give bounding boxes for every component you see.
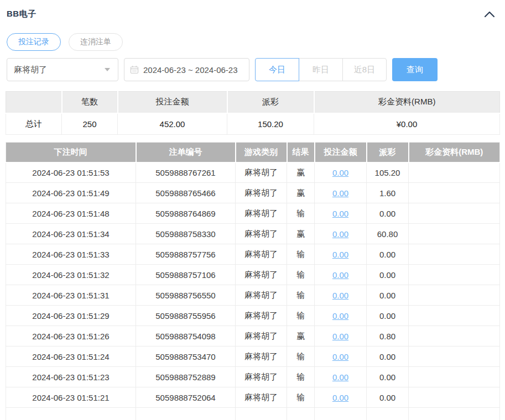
date-range-value: 2024-06-23 ~ 2024-06-23: [143, 65, 238, 75]
collapse-button[interactable]: [482, 10, 497, 19]
date-range-input[interactable]: 2024-06-23 ~ 2024-06-23: [124, 58, 249, 81]
bet-amount-link[interactable]: 0.00: [332, 229, 348, 239]
bet-amount-link[interactable]: 0.00: [332, 372, 348, 382]
bet-time-cell: 2024-06-23 01:51:49: [6, 183, 136, 203]
quick-range-today[interactable]: 今日: [255, 58, 299, 81]
bet-amount-link[interactable]: 0.00: [332, 352, 348, 361]
bet-time-cell: 2024-06-23 01:51:32: [6, 265, 136, 285]
result-cell: 输: [287, 387, 315, 408]
payout-cell: 105.20: [367, 162, 409, 183]
table-row: 2024-06-23 01:51:33 5059888757756 麻将胡了 输…: [6, 244, 500, 265]
bet-amount-cell: 0.00: [315, 265, 367, 285]
bonus-cell: [409, 183, 500, 203]
table-row: 2024-06-23 01:51:24 5059888753470 麻将胡了 输…: [6, 347, 500, 367]
summary-header-count: 笔数: [62, 92, 118, 113]
payout-cell: 60.80: [367, 224, 409, 244]
table-row: 2024-06-23 01:51:49 5059888765466 麻将胡了 赢…: [6, 183, 500, 203]
order-number-cell: 5059888764869: [136, 203, 236, 224]
order-number-cell: 5059888757106: [136, 265, 236, 285]
calendar-icon: [130, 65, 139, 74]
bet-amount-cell: 0.00: [315, 306, 367, 326]
game-type-cell: 麻将胡了: [236, 326, 287, 347]
bet-time-cell: 2024-06-23 01:51:26: [6, 326, 136, 347]
bet-amount-link[interactable]: 0.00: [332, 311, 348, 321]
table-row: 2024-06-23 01:51:29 5059888755956 麻将胡了 输…: [6, 306, 500, 326]
result-cell: 赢: [287, 183, 315, 203]
summary-header-bonus: 彩金资料(RMB): [314, 92, 500, 113]
bet-amount-cell: 0.00: [315, 387, 367, 408]
bet-amount-link[interactable]: 0.00: [332, 270, 348, 280]
bet-amount-link[interactable]: 0.00: [332, 332, 348, 341]
table-row: 2024-06-23 01:51:48 5059888764869 麻将胡了 输…: [6, 203, 500, 224]
tab-bet-records[interactable]: 投注记录: [7, 33, 61, 51]
bet-amount-cell: 0.00: [315, 285, 367, 306]
filter-bar: 麻将胡了 2024-06-23 ~ 2024-06-23 今日 昨日 近8日 查…: [6, 58, 499, 81]
result-cell: 输: [287, 367, 315, 387]
summary-total-count: 250: [62, 113, 118, 135]
bet-time-cell: 2024-06-23 01:51:24: [6, 347, 136, 367]
game-select[interactable]: 麻将胡了: [7, 58, 118, 81]
bb-games-panel: BB电子 投注记录 连消注单 麻将胡了 2024-06-23 ~ 202: [0, 0, 505, 420]
bet-amount-link[interactable]: 0.00: [332, 250, 348, 259]
payout-cell: 0.00: [367, 306, 409, 326]
order-number-cell: 5059888754098: [136, 326, 236, 347]
bet-time-cell: 2024-06-23 01:51:21: [6, 387, 136, 408]
bet-amount-cell: 0.00: [315, 203, 367, 224]
records-header-bet-amount: 投注金额: [315, 143, 367, 162]
order-number-cell: 5059888755956: [136, 306, 236, 326]
table-row: 2024-06-23 01:51:53 5059888767261 麻将胡了 赢…: [6, 162, 500, 183]
summary-total-bonus: ¥0.00: [314, 113, 500, 135]
quick-range-last-8-days[interactable]: 近8日: [342, 58, 387, 81]
search-button[interactable]: 查询: [392, 58, 438, 81]
result-cell: 赢: [287, 162, 315, 183]
records-header-game-type: 游戏类别: [236, 143, 287, 162]
summary-header-bet-amount: 投注金额: [118, 92, 227, 113]
tab-cancelled-orders[interactable]: 连消注单: [69, 33, 123, 51]
payout-cell: 0.00: [367, 203, 409, 224]
bonus-cell: [409, 224, 500, 244]
bet-time-cell: 2024-06-23 01:51:53: [6, 162, 136, 183]
result-cell: 输: [287, 347, 315, 367]
summary-header-blank: [6, 92, 62, 113]
panel-header: BB电子: [6, 0, 499, 19]
game-type-cell: 麻将胡了: [236, 265, 287, 285]
bet-time-cell: 2024-06-23 01:51:29: [6, 306, 136, 326]
result-cell: 输: [287, 265, 315, 285]
bonus-cell: [409, 244, 500, 265]
chevron-down-icon: [105, 68, 110, 71]
payout-cell: 0.80: [367, 326, 409, 347]
bonus-cell: [409, 285, 500, 306]
bet-amount-link[interactable]: 0.00: [332, 393, 348, 402]
order-number-cell: 5059888756550: [136, 285, 236, 306]
table-row: 2024-06-23 01:51:21 5059888752064 麻将胡了 输…: [6, 387, 500, 408]
bet-time-cell: 2024-06-23 01:51:34: [6, 224, 136, 244]
quick-range-yesterday[interactable]: 昨日: [299, 58, 343, 81]
payout-cell: [367, 408, 409, 420]
bet-amount-link[interactable]: 0.00: [332, 188, 348, 198]
bet-amount-cell: 0.00: [315, 224, 367, 244]
chevron-up-icon: [484, 11, 495, 18]
result-cell: [287, 408, 315, 420]
records-table: 下注时间 注单编号 游戏类别 结果 投注金额 派彩 彩金资料(RMB) 2024…: [6, 142, 500, 420]
table-row: 2024-06-23 01:51:23 5059888752889 麻将胡了 输…: [6, 367, 500, 387]
bet-amount-cell: [315, 408, 367, 420]
bet-amount-cell: 0.00: [315, 162, 367, 183]
records-header-payout: 派彩: [367, 143, 409, 162]
game-type-cell: 麻将胡了: [236, 347, 287, 367]
summary-header-row: 笔数 投注金额 派彩 彩金资料(RMB): [6, 92, 500, 113]
bet-amount-cell: 0.00: [315, 367, 367, 387]
bet-amount-link[interactable]: 0.00: [332, 168, 348, 177]
summary-table: 笔数 投注金额 派彩 彩金资料(RMB) 总计 250 452.00 150.2…: [6, 91, 500, 135]
game-type-cell: 麻将胡了: [236, 306, 287, 326]
records-header-order-number: 注单编号: [136, 143, 236, 162]
bonus-cell: [409, 306, 500, 326]
bonus-cell: [409, 387, 500, 408]
summary-total-bet-amount: 452.00: [118, 113, 227, 135]
game-select-value: 麻将胡了: [14, 65, 47, 75]
bet-time-cell: 2024-06-23 01:51:31: [6, 285, 136, 306]
bet-amount-link[interactable]: 0.00: [332, 291, 348, 300]
bet-amount-cell: 0.00: [315, 326, 367, 347]
bet-amount-cell: 0.00: [315, 183, 367, 203]
result-cell: 输: [287, 203, 315, 224]
bet-amount-link[interactable]: 0.00: [332, 209, 348, 218]
